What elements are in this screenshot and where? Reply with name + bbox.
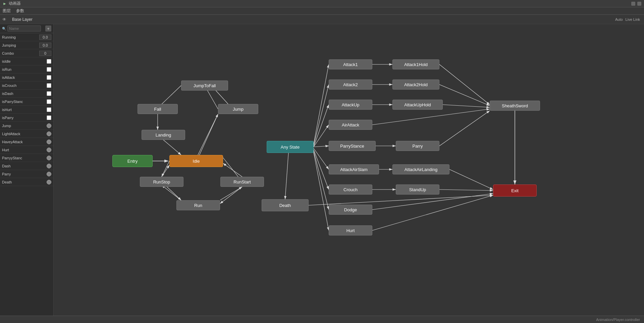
param-isrun-checkbox[interactable] bbox=[47, 67, 51, 72]
node-airattack[interactable]: AirAttack bbox=[329, 120, 372, 130]
param-isrun: isRun bbox=[0, 65, 53, 73]
param-isidle-checkbox[interactable] bbox=[47, 59, 51, 64]
param-lightattack-label: LightAttack bbox=[2, 132, 47, 136]
param-hurt: Hurt bbox=[0, 146, 53, 154]
search-icon: 🔍 bbox=[2, 27, 6, 31]
tab-base-layer[interactable]: Base Layer bbox=[9, 16, 35, 22]
canvas-area[interactable]: EntryIdleJumpToFallFallJumpLandingRunSto… bbox=[54, 24, 644, 316]
search-input[interactable] bbox=[7, 25, 41, 32]
param-jumping: Jumping bbox=[0, 41, 53, 49]
svg-line-23 bbox=[314, 150, 329, 190]
window-title: 动画器 bbox=[9, 1, 21, 6]
node-runstart[interactable]: RunStart bbox=[220, 177, 264, 187]
auto-label: Auto bbox=[615, 17, 623, 21]
param-jump-trigger[interactable] bbox=[47, 123, 51, 128]
tab-right-actions: Auto Live Link bbox=[615, 17, 644, 21]
status-path: Animation/Player.controller bbox=[596, 318, 640, 322]
param-isdash-checkbox[interactable] bbox=[47, 91, 51, 96]
node-run[interactable]: Run bbox=[176, 200, 220, 210]
node-attackup[interactable]: AttackUp bbox=[329, 100, 372, 110]
node-attack2hold[interactable]: Attack2Hold bbox=[392, 79, 439, 90]
node-attackuphold[interactable]: AttackUpHold bbox=[392, 100, 443, 110]
node-attackairlanding[interactable]: AttackAirLanding bbox=[392, 164, 449, 174]
param-parrystanc-label: ParryyStanc bbox=[2, 156, 47, 160]
node-landing[interactable]: Landing bbox=[142, 130, 185, 140]
param-isidle: isIdle bbox=[0, 57, 53, 65]
node-jumptofall[interactable]: JumpToFall bbox=[181, 80, 228, 91]
svg-line-18 bbox=[314, 85, 329, 146]
svg-line-19 bbox=[314, 105, 329, 147]
param-isrun-label: isRun bbox=[2, 67, 47, 71]
eye-icon[interactable]: 👁 bbox=[1, 16, 7, 22]
node-runstop[interactable]: RunStop bbox=[140, 177, 183, 187]
param-isattack-label: isAttack bbox=[2, 75, 47, 79]
svg-line-15 bbox=[163, 140, 181, 155]
svg-line-36 bbox=[372, 109, 490, 125]
param-lightattack-trigger[interactable] bbox=[47, 131, 51, 136]
param-haveyattack: HaveyAttack bbox=[0, 138, 53, 146]
node-crouch[interactable]: Crouch bbox=[329, 184, 372, 195]
node-dodge[interactable]: Dodge bbox=[329, 205, 372, 215]
node-exit[interactable]: Exit bbox=[493, 184, 537, 197]
node-fall[interactable]: Fall bbox=[138, 104, 178, 114]
menu-params[interactable]: 参数 bbox=[16, 8, 24, 14]
svg-line-9 bbox=[220, 187, 242, 204]
node-attack1[interactable]: Attack1 bbox=[329, 59, 372, 69]
titlebar: ► 动画器 bbox=[0, 0, 644, 7]
node-parry[interactable]: Parry bbox=[396, 141, 439, 151]
svg-line-43 bbox=[309, 195, 493, 205]
node-sheathsword[interactable]: SheathSword bbox=[490, 101, 540, 111]
param-running: Running bbox=[0, 33, 53, 41]
svg-line-25 bbox=[314, 152, 329, 230]
param-dash-trigger[interactable] bbox=[47, 164, 51, 168]
param-dash-label: Dash bbox=[2, 164, 47, 168]
add-param-button[interactable]: + bbox=[45, 25, 51, 32]
param-combo-label: Combo bbox=[2, 51, 39, 55]
param-jump: Jump bbox=[0, 122, 53, 130]
param-iscrouch-checkbox[interactable] bbox=[47, 83, 51, 88]
svg-line-8 bbox=[220, 187, 242, 200]
param-ishurt-checkbox[interactable] bbox=[47, 107, 51, 112]
svg-line-33 bbox=[439, 64, 490, 105]
param-isdash: isDash bbox=[0, 90, 53, 98]
node-entry[interactable]: Entry bbox=[112, 155, 153, 167]
param-isparrystanc: isParryStanc bbox=[0, 98, 53, 106]
node-attack2[interactable]: Attack2 bbox=[329, 79, 372, 90]
node-attack1hold[interactable]: Attack1Hold bbox=[392, 59, 439, 69]
param-combo-value[interactable] bbox=[39, 51, 51, 56]
node-idle[interactable]: Idle bbox=[169, 155, 223, 167]
param-isdash-label: isDash bbox=[2, 92, 47, 96]
node-parrystance[interactable]: ParryStance bbox=[329, 141, 376, 151]
minimize-btn[interactable] bbox=[631, 2, 635, 6]
node-jump[interactable]: Jump bbox=[218, 104, 258, 114]
statusbar: Animation/Player.controller bbox=[0, 316, 644, 323]
param-parry-trigger-circle[interactable] bbox=[47, 172, 51, 176]
param-hurt-trigger[interactable] bbox=[47, 148, 51, 152]
menu-layers[interactable]: 图层 bbox=[3, 8, 11, 14]
sidebar: 🔍 + Running Jumping Combo isIdle isRun i… bbox=[0, 24, 54, 316]
node-death[interactable]: Death bbox=[262, 199, 309, 211]
param-isparrystanc-checkbox[interactable] bbox=[47, 99, 51, 104]
node-attackairslam[interactable]: AttackAirSlam bbox=[329, 164, 379, 174]
svg-line-11 bbox=[198, 114, 218, 158]
param-hurt-label: Hurt bbox=[2, 148, 47, 152]
param-running-value[interactable] bbox=[39, 35, 51, 40]
param-parrystanc-trigger[interactable] bbox=[47, 156, 51, 160]
param-haveyattack-trigger[interactable] bbox=[47, 140, 51, 144]
param-running-label: Running bbox=[2, 35, 39, 39]
param-jumping-value[interactable] bbox=[39, 43, 51, 48]
node-anystate[interactable]: Any State bbox=[267, 141, 314, 153]
svg-line-20 bbox=[314, 125, 329, 147]
node-standup[interactable]: StandUp bbox=[396, 184, 439, 195]
param-search-bar: 🔍 + bbox=[0, 24, 53, 33]
param-isidle-label: isIdle bbox=[2, 59, 47, 63]
param-isparry-checkbox[interactable] bbox=[47, 115, 51, 120]
svg-line-24 bbox=[314, 151, 329, 210]
svg-line-10 bbox=[198, 114, 218, 155]
svg-line-26 bbox=[285, 153, 288, 199]
param-isattack-checkbox[interactable] bbox=[47, 75, 51, 80]
param-death: Death bbox=[0, 178, 53, 186]
node-hurt[interactable]: Hurt bbox=[329, 225, 372, 235]
maximize-btn[interactable] bbox=[637, 2, 641, 6]
param-death-trigger[interactable] bbox=[47, 180, 51, 184]
